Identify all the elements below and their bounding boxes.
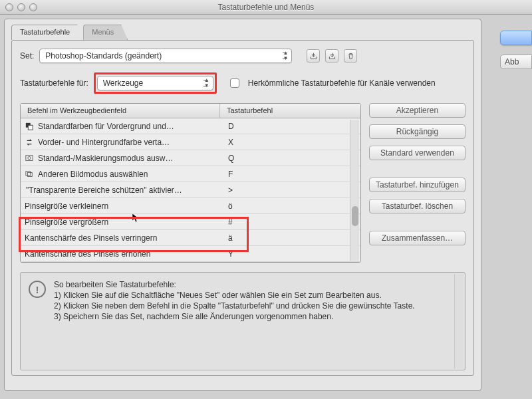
titlebar: Tastaturbefehle und Menüs bbox=[0, 0, 532, 15]
for-select-value: Werkzeuge bbox=[103, 78, 143, 88]
table-row[interactable]: Pinselgröße vergrößern# bbox=[21, 214, 360, 230]
use-default-button[interactable]: Standard verwenden bbox=[369, 146, 466, 160]
screen-icon bbox=[25, 170, 34, 178]
command-label: Vorder- und Hintergrundfarbe verta… bbox=[38, 138, 170, 147]
tab-shortcuts[interactable]: Tastaturbefehle bbox=[11, 25, 84, 40]
shortcut-value[interactable]: # bbox=[224, 217, 356, 227]
for-row: Tastaturbefehle für: Werkzeuge ▲▼ Herköm… bbox=[20, 72, 466, 94]
command-label: Anderen Bildmodus auswählen bbox=[38, 170, 148, 179]
tab-bar: Tastaturbefehle Menüs bbox=[11, 25, 481, 40]
help-box: ! So bearbeiten Sie Tastaturbefehle: 1) … bbox=[20, 272, 466, 370]
undo-button[interactable]: Rückgängig bbox=[369, 124, 466, 139]
svg-rect-1 bbox=[28, 125, 33, 130]
add-shortcut-button[interactable]: Tastaturbef. hinzufügen bbox=[369, 178, 466, 192]
svg-rect-2 bbox=[26, 155, 33, 160]
table-row[interactable]: Anderen Bildmodus auswählenF bbox=[21, 166, 360, 182]
save-set-icon[interactable] bbox=[307, 49, 320, 63]
command-label: Standard-/Maskierungsmodus ausw… bbox=[38, 154, 173, 163]
shortcut-value[interactable]: Y bbox=[224, 249, 356, 259]
accept-button[interactable]: Akzeptieren bbox=[369, 103, 466, 118]
svg-rect-4 bbox=[26, 171, 31, 175]
highlight-for-select: Werkzeuge ▲▼ bbox=[94, 72, 217, 94]
help-line1: 1) Klicken Sie auf die Schaltfläche "Neu… bbox=[54, 290, 415, 301]
shortcut-value[interactable]: > bbox=[224, 186, 356, 195]
set-select[interactable]: Photoshop-Standards (geändert) ▲▼ bbox=[39, 49, 292, 63]
command-label: Pinselgröße vergrößern bbox=[25, 217, 108, 227]
scrollbar-thumb[interactable] bbox=[352, 206, 358, 226]
table-scrollbar[interactable] bbox=[350, 120, 359, 261]
set-select-value: Photoshop-Standards (geändert) bbox=[45, 51, 162, 61]
for-label: Tastaturbefehle für: bbox=[20, 78, 88, 88]
command-label: Kantenschärfe des Pinsels verringern bbox=[25, 233, 157, 243]
command-label: Standardfarben für Vordergrund und… bbox=[38, 122, 174, 131]
dialog-panel: Tastaturbefehle Menüs Set: Photoshop-Sta… bbox=[4, 19, 481, 391]
new-set-icon[interactable] bbox=[325, 49, 338, 63]
svg-rect-5 bbox=[27, 172, 32, 176]
table-row[interactable]: Standardfarben für Vordergrund und…D bbox=[21, 118, 360, 134]
side-buttons: Akzeptieren Rückgängig Standard verwende… bbox=[369, 103, 466, 263]
help-text: So bearbeiten Sie Tastaturbefehle: 1) Kl… bbox=[54, 279, 415, 352]
shortcut-value[interactable]: ö bbox=[224, 201, 356, 211]
help-line3: 3) Speichern Sie das Set, nachdem Sie al… bbox=[54, 311, 415, 322]
mask-icon bbox=[25, 154, 34, 162]
summarize-button[interactable]: Zusammenfassen… bbox=[369, 231, 466, 245]
delete-shortcut-button[interactable]: Tastaturbef. löschen bbox=[369, 199, 466, 213]
help-scrollbar[interactable] bbox=[454, 274, 464, 368]
swap-icon bbox=[25, 138, 34, 146]
command-label: "Transparente Bereiche schützen" aktivie… bbox=[26, 186, 182, 195]
shortcut-value[interactable]: D bbox=[224, 122, 356, 131]
cancel-button[interactable]: Abb bbox=[500, 55, 532, 69]
set-label: Set: bbox=[20, 51, 34, 61]
col-command[interactable]: Befehl im Werkzeugbedienfeld bbox=[21, 104, 220, 118]
ok-button[interactable] bbox=[500, 31, 532, 45]
shortcut-value[interactable]: F bbox=[224, 170, 356, 179]
tab-menus[interactable]: Menüs bbox=[83, 25, 128, 40]
shortcut-value[interactable]: Q bbox=[224, 154, 356, 163]
svg-point-3 bbox=[28, 156, 31, 159]
shortcut-value[interactable]: ä bbox=[224, 233, 356, 243]
table-row[interactable]: Vorder- und Hintergrundfarbe verta…X bbox=[21, 134, 360, 150]
legacy-channels-label: Herkömmliche Tastaturbefehle für Kanäle … bbox=[248, 78, 436, 88]
help-line2: 2) Klicken Sie neben dem Befehl in die S… bbox=[54, 301, 415, 311]
table-row[interactable]: Pinselgröße verkleinernö bbox=[21, 198, 360, 214]
dialog-right-buttons: Abb bbox=[493, 19, 532, 69]
table-row[interactable]: Standard-/Maskierungsmodus ausw…Q bbox=[21, 150, 360, 166]
window-title: Tastaturbefehle und Menüs bbox=[0, 3, 532, 12]
table-row[interactable]: Kantenschärfe des Pinsels erhöhenY bbox=[21, 246, 360, 262]
legacy-channels-checkbox[interactable] bbox=[230, 78, 239, 88]
dialog-inner: Set: Photoshop-Standards (geändert) ▲▼ T… bbox=[11, 40, 474, 376]
command-label: Pinselgröße verkleinern bbox=[25, 201, 108, 211]
delete-set-icon[interactable] bbox=[344, 49, 357, 63]
help-heading: So bearbeiten Sie Tastaturbefehle: bbox=[54, 279, 415, 290]
table-row[interactable]: "Transparente Bereiche schützen" aktivie… bbox=[21, 182, 360, 198]
for-select[interactable]: Werkzeuge ▲▼ bbox=[97, 76, 213, 90]
table-row[interactable]: Kantenschärfe des Pinsels verringernä bbox=[21, 230, 360, 246]
swatch-icon bbox=[25, 122, 34, 130]
col-shortcut[interactable]: Tastaturbefehl bbox=[220, 104, 360, 118]
info-icon: ! bbox=[29, 281, 46, 298]
shortcuts-table: Befehl im Werkzeugbedienfeld Tastaturbef… bbox=[20, 103, 361, 263]
shortcut-value[interactable]: X bbox=[224, 138, 356, 147]
set-row: Set: Photoshop-Standards (geändert) ▲▼ bbox=[20, 49, 466, 63]
command-label: Kantenschärfe des Pinsels erhöhen bbox=[25, 249, 150, 259]
